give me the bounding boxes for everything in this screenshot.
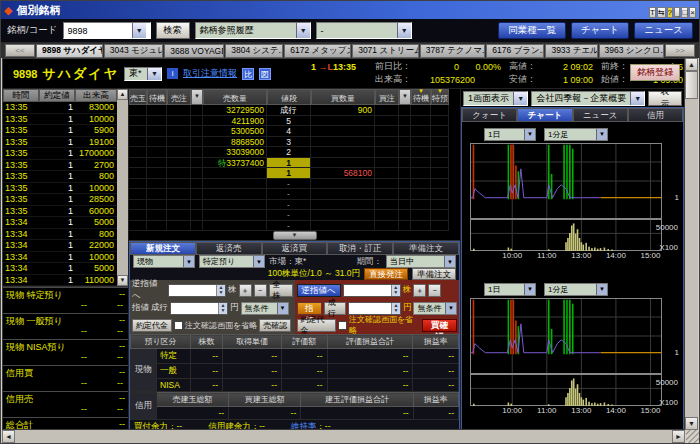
order-type-select[interactable]: 現物▼ [133,255,195,268]
stock-tab[interactable]: 3804 システ... [225,44,283,58]
sell-all-button[interactable]: 全株 [269,284,293,297]
prepare-order-button[interactable]: 準備注文 [412,268,456,280]
buy-price-input[interactable]: ▲▼ [348,302,401,315]
sell-minus-button[interactable]: － [254,284,267,297]
stock-tab[interactable]: 3933 チエル [545,44,597,58]
buy-skip-confirm-checkbox[interactable] [338,321,347,330]
buy-plus-button[interactable]: ＋ [413,284,426,297]
code-combo[interactable]: ▼ [63,22,151,39]
order-tab[interactable]: 返済売 [196,242,262,255]
board-row[interactable]: 42119005 [129,116,460,127]
chart2-period-select[interactable]: 1日▼ [484,283,536,296]
resize-grip[interactable] [686,430,699,443]
buy-condition-select[interactable]: 無条件▼ [413,302,457,315]
chevron-down-icon[interactable]: ▼ [296,23,310,38]
board-row[interactable]: 32729500成行900 [129,105,460,116]
minimize-button[interactable]: _ [674,7,680,18]
order-tab[interactable]: 返済買 [262,242,328,255]
spinner-icon[interactable]: ▲▼ [218,303,227,314]
scroll-right-icon[interactable]: ► [672,430,685,443]
industry-list-button[interactable]: 同業種一覧 [498,22,566,39]
report-select[interactable]: 会社四季報－企業概要▼ [531,91,645,106]
board-row[interactable]: - [129,189,460,200]
stock-tab[interactable]: 3688 VOYAGE [164,44,224,58]
search-button[interactable]: 検索 [156,22,190,39]
chart-icon[interactable]: 図 [259,68,271,80]
tape-header-cell[interactable]: 約定値 [39,89,75,102]
board-row[interactable]: 88685003 [129,137,460,148]
close-button[interactable]: × [689,7,696,18]
buy-qty-input[interactable]: ▲▼ [343,284,401,297]
buy-confirm-button[interactable]: 買確認 [422,319,457,332]
sell-skip-confirm-checkbox[interactable] [174,321,183,330]
trade-caution-link[interactable]: 取引注意情報 [183,67,237,80]
board-row[interactable]: 1568100 [129,168,460,179]
time-sales-scrollbar[interactable]: ▲ ▼ [117,89,128,286]
stock-tab[interactable]: 3963 シンクロ... [599,44,664,58]
compare-icon[interactable]: 比 [242,68,254,80]
period-select[interactable]: 当日中▼ [386,255,456,268]
chevron-down-icon[interactable]: ▼ [630,92,644,105]
chevron-down-icon[interactable]: ▼ [513,92,527,105]
stock-tab[interactable]: 3043 モジュレ [104,44,163,58]
chevron-down-icon[interactable]: ▼ [132,23,146,38]
order-tab[interactable]: 準備注文 [393,242,459,255]
maximize-button[interactable]: □ [681,7,688,18]
board-row[interactable]: - [129,200,460,211]
horizontal-scrollbar[interactable]: ◄ ► [2,430,685,443]
spinner-icon[interactable]: ▲▼ [391,285,400,296]
panel-tab[interactable]: チャート [517,108,572,122]
scroll-up-icon[interactable]: ▲ [117,89,128,100]
board-row[interactable]: - [129,210,460,221]
buy-stop-button[interactable]: 逆指値へ [297,284,341,297]
prev-tabs-button[interactable]: << [5,44,35,57]
history-select[interactable]: 銘柄参照履歴 ▼ [195,22,311,39]
vertical-scrollbar[interactable]: ▲ ▼ [685,58,698,430]
board-row[interactable]: - [129,221,460,232]
scroll-down-icon[interactable]: ▼ [685,417,698,430]
order-tab[interactable]: 新規注文 [130,242,196,255]
stock-tab[interactable]: 6176 ブラン... [486,44,544,58]
toolbar-toggle-button[interactable]: T [649,7,656,18]
register-stock-button[interactable]: 銘柄登録 [630,64,680,81]
buy-market-button[interactable]: 成行 [324,302,346,315]
board-row[interactable]: 53005004 [129,126,460,137]
panel-tab[interactable]: ニュース [573,108,628,122]
detach-button[interactable]: ⇆ [657,7,666,18]
scrollbar-thumb[interactable] [685,71,698,99]
code-input[interactable] [64,26,132,36]
board-compress-button[interactable]: ▼ [273,231,317,240]
order-tab[interactable]: 取消・訂正 [327,242,393,255]
tape-header-cell[interactable]: 出来高 [75,89,117,102]
chevron-down-icon[interactable]: ▼ [147,68,161,80]
buy-amount-button[interactable]: 約定代金 [297,319,336,332]
chevron-down-icon[interactable]: ▼ [397,23,411,38]
scroll-left-icon[interactable]: ◄ [2,430,15,443]
chart2-interval-select[interactable]: 1分足▼ [544,283,608,296]
buy-limit-button[interactable]: 指値 [297,302,322,315]
stock-tab[interactable]: 6172 メタップス [284,44,351,58]
chart1-period-select[interactable]: 1日▼ [484,128,536,141]
sell-price-input[interactable]: ▲▼ [170,302,228,315]
tape-header-cell[interactable]: 時間 [3,89,39,102]
scroll-down-icon[interactable]: ▼ [117,275,128,286]
show-button[interactable]: 表示 [648,91,682,106]
stock-tab[interactable]: 3071 ストリーム [352,44,419,58]
chart-window-button[interactable]: チャート [571,22,630,39]
extra-select[interactable]: - ▼ [316,22,412,39]
sell-plus-button[interactable]: ＋ [239,284,252,297]
panel-tab[interactable]: クォート [462,108,517,122]
sort-arrow-button[interactable]: ▼ [191,89,203,105]
view-mode-select[interactable]: 1画面表示▼ [463,91,528,106]
direct-order-button[interactable]: 直接発注 [364,268,408,280]
board-row[interactable]: 330390002 [129,147,460,158]
sell-condition-select[interactable]: 無条件▼ [241,302,289,315]
board-row[interactable]: - [129,179,460,190]
stock-tab[interactable]: 9898 サハダイヤ [36,44,103,58]
next-tabs-button[interactable]: >> [665,44,695,57]
sort-arrow-button[interactable]: ▼ [399,89,411,105]
help-button[interactable]: ? [667,7,673,18]
deposit-type-select[interactable]: 特定預り▼ [199,255,265,268]
buy-minus-button[interactable]: － [428,284,441,297]
scroll-up-icon[interactable]: ▲ [685,58,698,71]
